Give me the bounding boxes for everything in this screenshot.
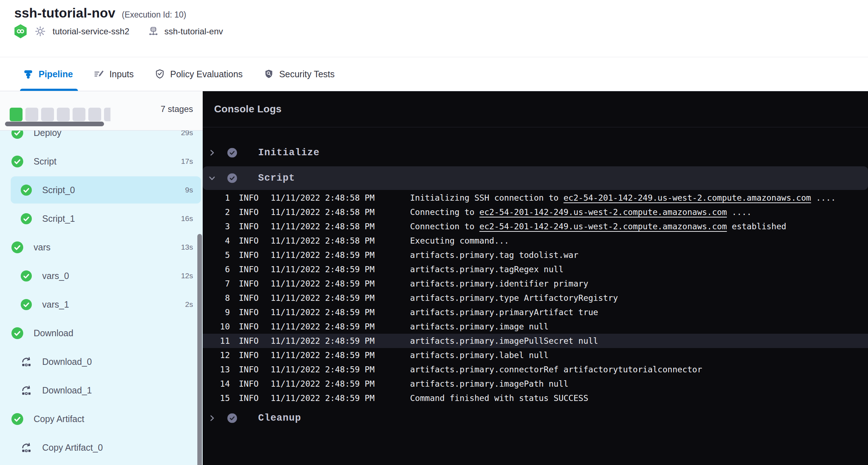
progress-square[interactable] xyxy=(104,108,110,121)
stage-label: Copy Artifact_0 xyxy=(42,442,103,453)
execution-id: (Execution Id: 10) xyxy=(122,10,186,20)
log-message: artifacts.primary.primaryArtifact true xyxy=(410,305,598,319)
log-message: artifacts.primary.image null xyxy=(410,319,549,334)
log-message: artifacts.primary.label null xyxy=(410,348,549,362)
log-line[interactable]: 13INFO11/11/2022 2:48:59 PMartifacts.pri… xyxy=(203,362,868,377)
log-message: artifacts.primary.identifier primary xyxy=(410,276,588,291)
check-circle-icon xyxy=(21,299,32,310)
chevron-right-icon[interactable] xyxy=(208,414,216,422)
stages-summary-bar: 7 stages xyxy=(0,91,203,131)
chevron-down-icon[interactable] xyxy=(208,174,216,182)
log-line[interactable]: 12INFO11/11/2022 2:48:59 PMartifacts.pri… xyxy=(203,348,868,362)
log-line-number: 7 xyxy=(203,276,230,291)
log-link[interactable]: ec2-54-201-142-249.us-west-2.compute.ama… xyxy=(563,193,811,202)
tab-security-tests[interactable]: Security Tests xyxy=(263,57,335,91)
section-script[interactable]: Script xyxy=(203,166,868,190)
log-timestamp: 11/11/2022 2:48:58 PM xyxy=(271,205,375,219)
console-log-area: Initialize Script 1INFO11/11/2022 2:48:5… xyxy=(203,128,868,465)
log-timestamp: 11/11/2022 2:48:59 PM xyxy=(271,262,375,276)
section-initialize[interactable]: Initialize xyxy=(203,145,868,161)
log-level: INFO xyxy=(239,334,258,348)
log-text: established xyxy=(727,222,786,231)
log-text: artifacts.primary.tagRegex null xyxy=(410,265,563,274)
check-circle-icon xyxy=(11,327,23,339)
tab-inputs[interactable]: Inputs xyxy=(94,57,134,91)
stage-row-deploy[interactable]: Deploy29s xyxy=(0,131,203,147)
log-line-number: 15 xyxy=(203,391,230,405)
log-level: INFO xyxy=(239,262,258,276)
console-title: Console Logs xyxy=(214,103,282,115)
stage-row-script-1[interactable]: Script_116s xyxy=(0,204,203,233)
stages-horizontal-scrollbar[interactable] xyxy=(5,122,104,126)
tab-policy-evaluations[interactable]: Policy Evaluations xyxy=(154,57,243,91)
environment-name: ssh-tutorial-env xyxy=(164,26,223,36)
stage-row-script-0[interactable]: Script_09s xyxy=(0,176,203,204)
section-cleanup[interactable]: Cleanup xyxy=(203,410,868,426)
log-line[interactable]: 11INFO11/11/2022 2:48:59 PMartifacts.pri… xyxy=(203,334,868,348)
stage-row-vars[interactable]: vars13s xyxy=(0,233,203,261)
log-line-number: 1 xyxy=(203,191,230,205)
command-step-icon xyxy=(21,356,32,367)
log-text: Executing command... xyxy=(410,236,509,245)
log-line[interactable]: 14INFO11/11/2022 2:48:59 PMartifacts.pri… xyxy=(203,377,868,391)
progress-square[interactable] xyxy=(57,108,70,121)
log-message: Executing command... xyxy=(410,234,509,248)
progress-square[interactable] xyxy=(25,108,38,121)
check-circle-icon xyxy=(11,241,23,253)
progress-square[interactable] xyxy=(88,108,101,121)
stage-duration: 13s xyxy=(181,243,193,251)
log-line-number: 9 xyxy=(203,305,230,319)
stage-row-vars-0[interactable]: vars_012s xyxy=(0,261,203,290)
header-meta-row: tutorial-service-ssh2 ssh-tutorial-env xyxy=(14,24,868,38)
log-line[interactable]: 8INFO11/11/2022 2:48:59 PMartifacts.prim… xyxy=(203,291,868,305)
chevron-right-icon[interactable] xyxy=(208,149,216,157)
stage-row-download-0[interactable]: Download_0 xyxy=(0,347,203,376)
stage-row-copy-artifact-0[interactable]: Copy Artifact_0 xyxy=(0,433,203,462)
stage-row-download[interactable]: Download xyxy=(0,319,203,347)
log-text: Command finished with status SUCCESS xyxy=(410,393,588,403)
log-message: Connection to ec2-54-201-142-249.us-west… xyxy=(410,219,786,234)
log-line[interactable]: 4INFO11/11/2022 2:48:58 PMExecuting comm… xyxy=(203,234,868,248)
log-link[interactable]: ec2-54-201-142-249.us-west-2.compute.ama… xyxy=(479,207,727,217)
check-circle-icon xyxy=(11,413,23,425)
stage-row-copy-artifact[interactable]: Copy Artifact xyxy=(0,405,203,433)
stage-row-script[interactable]: Script17s xyxy=(0,147,203,176)
stage-label: vars_1 xyxy=(42,299,69,310)
log-line[interactable]: 7INFO11/11/2022 2:48:59 PMartifacts.prim… xyxy=(203,276,868,291)
stages-sidebar: 7 stages Deploy29sScript17sScript_09sScr… xyxy=(0,91,203,465)
log-link[interactable]: ec2-54-201-142-249.us-west-2.compute.ama… xyxy=(479,222,727,231)
sidebar-vertical-scrollbar[interactable] xyxy=(197,234,202,465)
stage-label: vars xyxy=(34,242,50,253)
log-timestamp: 11/11/2022 2:48:59 PM xyxy=(271,377,375,391)
tab-pipeline[interactable]: Pipeline xyxy=(23,57,73,91)
progress-square[interactable] xyxy=(41,108,54,121)
log-line[interactable]: 9INFO11/11/2022 2:48:59 PMartifacts.prim… xyxy=(203,305,868,319)
log-line[interactable]: 15INFO11/11/2022 2:48:59 PMCommand finis… xyxy=(203,391,868,405)
progress-square[interactable] xyxy=(10,108,23,121)
log-line[interactable]: 10INFO11/11/2022 2:48:59 PMartifacts.pri… xyxy=(203,319,868,334)
service-name: tutorial-service-ssh2 xyxy=(53,26,129,36)
log-timestamp: 11/11/2022 2:48:58 PM xyxy=(271,191,375,205)
stage-label: vars_0 xyxy=(42,271,69,281)
tab-label: Inputs xyxy=(109,69,134,79)
progress-square[interactable] xyxy=(73,108,85,121)
section-label: Cleanup xyxy=(258,413,301,424)
log-message: artifacts.primary.tag todolist.war xyxy=(410,248,578,262)
log-line[interactable]: 3INFO11/11/2022 2:48:58 PMConnection to … xyxy=(203,219,868,234)
log-level: INFO xyxy=(239,205,258,219)
log-message: artifacts.primary.tagRegex null xyxy=(410,262,563,276)
stage-row-download-1[interactable]: Download_1 xyxy=(0,376,203,405)
log-line[interactable]: 2INFO11/11/2022 2:48:58 PMConnecting to … xyxy=(203,205,868,219)
log-line[interactable]: 1INFO11/11/2022 2:48:58 PMInitializing S… xyxy=(203,191,868,205)
security-tests-icon xyxy=(263,69,274,79)
stage-duration: 17s xyxy=(181,157,193,166)
log-level: INFO xyxy=(239,248,258,262)
log-timestamp: 11/11/2022 2:48:59 PM xyxy=(271,362,375,377)
title-row: ssh-tutorial-nov (Execution Id: 10) xyxy=(14,0,868,21)
log-line-number: 3 xyxy=(203,219,230,234)
log-line[interactable]: 5INFO11/11/2022 2:48:59 PMartifacts.prim… xyxy=(203,248,868,262)
stage-row-vars-1[interactable]: vars_12s xyxy=(0,290,203,319)
log-line-number: 12 xyxy=(203,348,230,362)
log-line-number: 10 xyxy=(203,319,230,334)
log-line[interactable]: 6INFO11/11/2022 2:48:59 PMartifacts.prim… xyxy=(203,262,868,276)
